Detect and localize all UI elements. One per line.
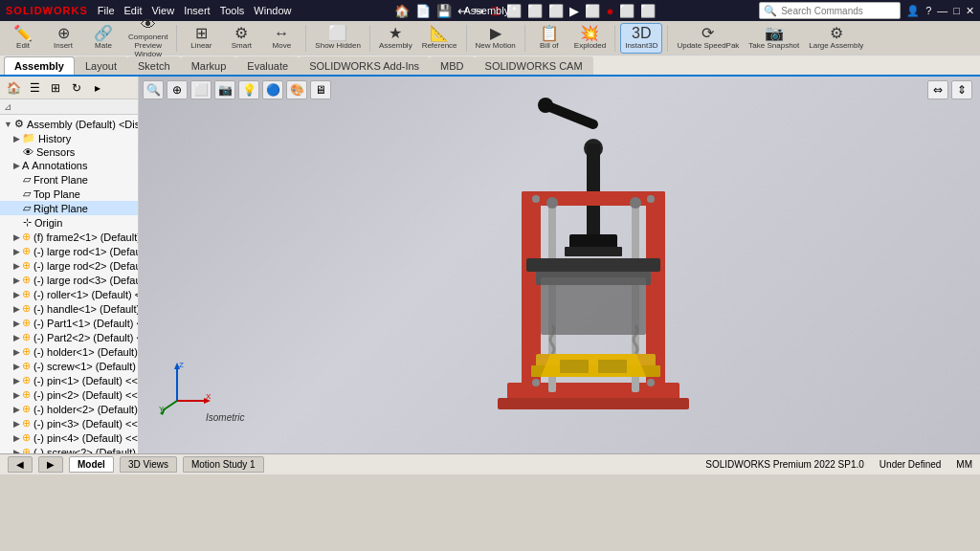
tree-history[interactable]: ▶ 📁 History	[0, 131, 138, 145]
help-icon[interactable]: ?	[925, 5, 931, 16]
tab-markup[interactable]: Markup	[181, 56, 237, 75]
vp-select-btn[interactable]: ⬜	[190, 80, 212, 99]
tab-solidworks-addins[interactable]: SOLIDWORKS Add-Ins	[299, 56, 430, 75]
toolbar-exploded-view[interactable]: 💥 Exploded	[570, 23, 610, 54]
vp-render-btn[interactable]: 🔵	[262, 80, 283, 99]
tree-pin4-label: (-) pin<4> (Default) <<	[33, 432, 138, 444]
3d-viewport[interactable]: 🔍 ⊕ ⬜ 📷 💡 🔵 🎨 🖥 ⇔ ⇕	[139, 77, 980, 453]
tab-assembly[interactable]: Assembly	[4, 56, 75, 75]
tree-large-rod3-label: (-) large rod<3> (Defau	[33, 275, 138, 286]
toolbar-move-component[interactable]: ↔ Move	[262, 23, 301, 54]
panel-home-btn[interactable]: 🏠	[4, 79, 23, 97]
search-input[interactable]	[781, 6, 896, 16]
tree-handle1[interactable]: ▶ ⊕ (-) handle<1> (Default)	[0, 301, 138, 316]
tree-handle1-label: (-) handle<1> (Default)	[33, 303, 138, 315]
tree-pin3[interactable]: ▶ ⊕ (-) pin<3> (Default) <<	[0, 416, 138, 430]
toolbar-smart-fasteners[interactable]: ⚙ Smart	[222, 23, 260, 54]
menu-view[interactable]: View	[151, 5, 174, 16]
vp-expand-btn[interactable]: ⇔	[927, 80, 948, 99]
close-button[interactable]: ✕	[966, 5, 974, 17]
window-title: Assembly *	[463, 5, 516, 16]
tree-holder1[interactable]: ▶ ⊕ (-) holder<1> (Default)	[0, 344, 138, 359]
vp-light-btn[interactable]: 💡	[238, 80, 259, 99]
minimize-button[interactable]: —	[937, 5, 947, 16]
toolbar-component-preview[interactable]: 👁 ComponentPreviewWindow	[124, 23, 171, 54]
search-bar[interactable]: 🔍	[759, 2, 901, 19]
tree-annotations[interactable]: ▶ A Annotations	[0, 159, 138, 172]
menu-insert[interactable]: Insert	[184, 5, 211, 16]
tree-pin2[interactable]: ▶ ⊕ (-) pin<2> (Default) <<	[0, 387, 138, 402]
toolbar-linear-pattern[interactable]: ⊞ Linear	[182, 23, 220, 54]
toolbar-update-speedpak[interactable]: ⟳ Update SpeedPak	[673, 23, 743, 54]
tab-mbd[interactable]: MBD	[430, 56, 474, 75]
tree-large-rod2[interactable]: ▶ ⊕ (-) large rod<2> (Defau	[0, 258, 138, 273]
tab-layout[interactable]: Layout	[75, 56, 127, 75]
user-icon[interactable]: 👤	[906, 5, 920, 17]
svg-point-19	[532, 195, 540, 203]
tab-model[interactable]: Model	[69, 456, 114, 473]
toolbar-separator-4	[466, 25, 467, 52]
toolbar-reference-geometry[interactable]: 📐 Reference	[418, 23, 461, 54]
toolbar-instant3d[interactable]: 3D Instant3D	[620, 23, 662, 54]
tree-screw1[interactable]: ▶ ⊕ (-) screw<1> (Default) <	[0, 359, 138, 373]
toolbar-insert-components[interactable]: ⊕ Insert	[44, 23, 82, 54]
tree-sensors[interactable]: 👁 Sensors	[0, 145, 138, 159]
tree-roller1[interactable]: ▶ ⊕ (-) roller<1> (Default) <	[0, 287, 138, 301]
toolbar-new-motion-study[interactable]: ▶ New Motion	[472, 23, 520, 54]
units-label: MM	[956, 459, 972, 470]
panel-more-btn[interactable]: ▸	[88, 79, 107, 97]
maximize-button[interactable]: □	[953, 5, 960, 16]
vp-display-btn[interactable]: 🖥	[310, 80, 331, 99]
tree-large-rod2-label: (-) large rod<2> (Defau	[33, 260, 138, 272]
tree-roller1-label: (-) roller<1> (Default) <	[33, 289, 138, 300]
nav-prev-btn[interactable]: ◀	[8, 456, 33, 473]
tab-sketch[interactable]: Sketch	[127, 56, 181, 75]
menu-window[interactable]: Window	[254, 5, 291, 16]
view-label: Isometric	[206, 412, 245, 423]
panel-grid-btn[interactable]: ⊞	[46, 79, 65, 97]
tree-part2[interactable]: ▶ ⊕ (-) Part2<2> (Default) <	[0, 330, 138, 344]
tree-top-plane[interactable]: ▱ Top Plane	[0, 187, 138, 201]
tree-origin[interactable]: ⊹ Origin	[0, 215, 138, 230]
tab-3d-views[interactable]: 3D Views	[120, 456, 177, 473]
menu-file[interactable]: File	[98, 5, 115, 16]
tree-large-rod1[interactable]: ▶ ⊕ (-) large rod<1> (Defau	[0, 244, 138, 258]
tree-pin4[interactable]: ▶ ⊕ (-) pin<4> (Default) <<	[0, 430, 138, 445]
toolbar-large-assembly[interactable]: ⚙ Large Assembly	[805, 23, 867, 54]
svg-line-0	[546, 105, 593, 124]
tree-root[interactable]: ▼ ⚙ Assembly (Default) <Displa	[0, 117, 138, 131]
tab-solidworks-cam[interactable]: SOLIDWORKS CAM	[475, 56, 593, 75]
nav-next-btn[interactable]: ▶	[38, 456, 63, 473]
tree-part1[interactable]: ▶ ⊕ (-) Part1<1> (Default) <	[0, 316, 138, 330]
toolbar-bill-of-materials[interactable]: 📋 Bill of	[530, 23, 568, 54]
vp-zoom-btn[interactable]: ⊕	[167, 80, 188, 99]
tree-right-plane-label: Right Plane	[33, 203, 88, 214]
menu-bar: File Edit View Insert Tools Window	[98, 5, 292, 16]
tree-origin-label: Origin	[34, 217, 62, 229]
tab-motion-study-1[interactable]: Motion Study 1	[183, 456, 264, 473]
tab-evaluate[interactable]: Evaluate	[236, 56, 299, 75]
tree-large-rod3[interactable]: ▶ ⊕ (-) large rod<3> (Defau	[0, 273, 138, 287]
search-icon: 🔍	[764, 5, 777, 17]
svg-point-23	[546, 197, 558, 209]
ribbon-tab-bar: Assembly Layout Sketch Markup Evaluate S…	[0, 55, 980, 77]
menu-tools[interactable]: Tools	[220, 5, 245, 16]
tree-screw2[interactable]: ▶ ⊕ (-) screw<2> (Default) <	[0, 445, 138, 453]
tree-pin1[interactable]: ▶ ⊕ (-) pin<1> (Default) <<	[0, 373, 138, 387]
toolbar-take-snapshot[interactable]: 📷 Take Snapshot	[745, 23, 803, 54]
panel-list-btn[interactable]: ☰	[25, 79, 44, 97]
toolbar-show-hidden[interactable]: ⬜ Show Hidden	[311, 23, 365, 54]
toolbar-assembly-features[interactable]: ★ Assembly	[375, 23, 416, 54]
vp-split-btn[interactable]: ⇕	[951, 80, 972, 99]
tree-holder2[interactable]: ▶ ⊕ (-) holder<2> (Default)	[0, 402, 138, 416]
tree-right-plane[interactable]: ▱ Right Plane	[0, 201, 138, 215]
vp-camera-btn[interactable]: 📷	[214, 80, 235, 99]
toolbar-mate[interactable]: 🔗 Mate	[84, 23, 122, 54]
menu-edit[interactable]: Edit	[124, 5, 143, 16]
tree-front-plane[interactable]: ▱ Front Plane	[0, 172, 138, 187]
vp-color-btn[interactable]: 🎨	[286, 80, 307, 99]
toolbar-edit-component[interactable]: ✏️ Edit	[4, 23, 42, 54]
vp-search-btn[interactable]: 🔍	[143, 80, 164, 99]
panel-refresh-btn[interactable]: ↻	[67, 79, 86, 97]
tree-frame2[interactable]: ▶ ⊕ (f) frame2<1> (Default)	[0, 230, 138, 244]
